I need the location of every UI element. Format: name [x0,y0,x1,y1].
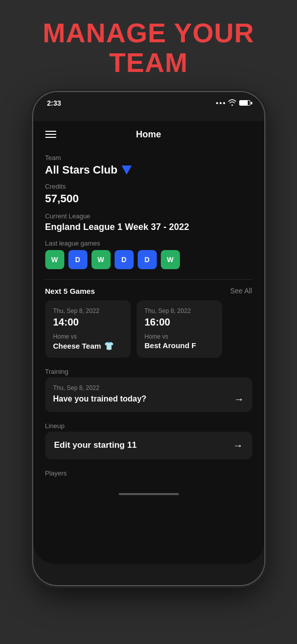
training-card[interactable]: Thu, Sep 8, 2022 Have you trained today?… [45,377,252,412]
game-card-2[interactable]: Thu, Sep 8, 2022 16:00 Home vs Best Arou… [137,300,222,358]
status-bar: 2:33 [33,92,264,110]
app-header: Home [33,121,264,146]
game-1-time: 14:00 [53,316,123,328]
lineup-section-label: Lineup [45,422,252,430]
credits-label: Credits [45,183,252,190]
battery-icon [239,100,250,106]
shirt-icon: 👕 [104,341,114,351]
home-indicator [119,493,179,495]
headline-line1: MANAGE YOUR [43,18,254,48]
header-title: Home [136,129,161,140]
wifi-icon [228,99,236,107]
game-2-date: Thu, Sep 8, 2022 [145,307,214,314]
game-2-home-label: Home vs [145,333,214,340]
headline-line2: TEAM [43,48,254,77]
game-result-4: D [115,250,134,269]
game-2-opponent-row: Best Around F [145,341,214,350]
last-games-row: W D W D D W [45,250,252,269]
see-all-link[interactable]: See All [230,287,252,295]
last-games-label: Last league games [45,239,252,247]
game-result-2: D [68,250,87,269]
next-games-title: Next 5 Games [45,287,95,295]
lineup-cta-text: Edit your starting 11 [54,440,137,450]
game-2-opponent: Best Around F [145,341,196,350]
phone-notch [116,108,181,119]
games-scroll-row: Thu, Sep 8, 2022 14:00 Home vs Cheese Te… [45,300,252,358]
team-label: Team [45,154,252,162]
team-name-row: All Stars Club [45,164,252,177]
team-badge-icon [122,166,132,175]
divider [45,279,252,280]
game-1-opponent-row: Cheese Team 👕 [53,341,123,351]
phone-device: 2:33 Hom [33,92,264,585]
game-1-date: Thu, Sep 8, 2022 [53,307,123,314]
hamburger-menu-button[interactable] [45,131,56,138]
lineup-arrow-icon: → [233,440,243,451]
game-card-1[interactable]: Thu, Sep 8, 2022 14:00 Home vs Cheese Te… [45,300,131,358]
training-row: Have you trained today? → [53,393,244,405]
game-result-3: W [91,250,111,269]
team-name: All Stars Club [45,164,118,177]
game-result-5: D [138,250,157,269]
game-result-6: W [161,250,180,269]
app-scroll-content: Team All Stars Club Credits 57,500 Curre… [33,146,264,489]
training-section-label: Training [45,368,252,375]
players-section-label: Players [45,469,252,477]
status-icons [216,99,250,107]
game-1-opponent: Cheese Team [53,342,102,350]
page-headline: MANAGE YOUR TEAM [43,18,254,78]
league-name: England League 1 Week 37 - 2022 [45,222,252,232]
game-1-home-label: Home vs [53,333,123,340]
lineup-card[interactable]: Edit your starting 11 → [45,432,252,459]
training-arrow-icon: → [234,393,244,405]
signal-icon [216,102,225,104]
next-games-header: Next 5 Games See All [45,287,252,295]
game-2-time: 16:00 [145,316,214,328]
status-time: 2:33 [47,99,61,107]
app-screen: Home Team All Stars Club Credits 57,500 … [33,121,264,564]
training-date: Thu, Sep 8, 2022 [53,384,244,391]
game-result-1: W [45,250,64,269]
training-prompt: Have you trained today? [53,394,147,404]
credits-value: 57,500 [45,192,252,205]
league-label: Current League [45,212,252,220]
